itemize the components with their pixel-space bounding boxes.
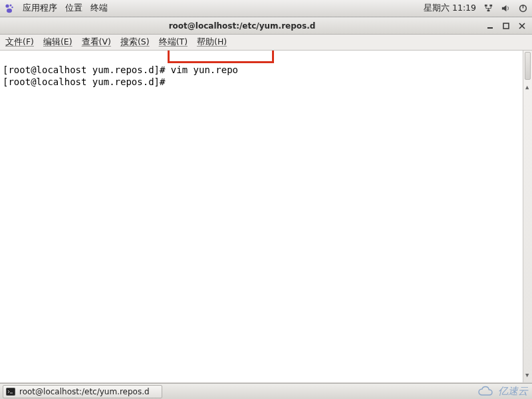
- menu-help[interactable]: 帮助(H): [197, 37, 227, 48]
- prompt: [root@localhost yum.repos.d]#: [3, 76, 165, 87]
- terminal-scrollbar[interactable]: ▲ ▼: [523, 51, 532, 382]
- panel-right: 星期六 11:19: [424, 3, 528, 14]
- watermark: 亿速云: [477, 385, 528, 398]
- panel-menu-terminal[interactable]: 终端: [90, 3, 108, 14]
- svg-point-3: [7, 8, 12, 12]
- gnome-bottom-panel: root@localhost:/etc/yum.repos.d 亿速云: [0, 383, 532, 399]
- taskbar-item-terminal[interactable]: root@localhost:/etc/yum.repos.d: [3, 385, 162, 398]
- window-title: root@localhost:/etc/yum.repos.d: [4, 21, 480, 31]
- svg-rect-10: [503, 23, 509, 29]
- annotation-highlight-box: [168, 51, 274, 63]
- menu-terminal[interactable]: 终端(T): [159, 37, 188, 48]
- terminal-icon: [6, 387, 15, 396]
- gnome-foot-icon: [4, 3, 15, 14]
- scrollbar-down-icon[interactable]: ▼: [525, 369, 529, 381]
- prompt: [root@localhost yum.repos.d]#: [3, 65, 165, 75]
- menu-file[interactable]: 文件(F): [5, 37, 34, 48]
- svg-rect-9: [487, 27, 493, 29]
- gnome-top-panel: 应用程序 位置 终端 星期六 11:19: [0, 0, 532, 17]
- svg-rect-6: [487, 9, 489, 11]
- terminal-viewport[interactable]: [root@localhost yum.repos.d]# vim yun.re…: [0, 51, 532, 383]
- scrollbar-up-icon[interactable]: ▲: [525, 81, 529, 93]
- volume-icon[interactable]: [500, 3, 511, 14]
- panel-clock[interactable]: 星期六 11:19: [424, 3, 476, 14]
- power-icon[interactable]: [517, 3, 528, 14]
- terminal-menubar: 文件(F) 编辑(E) 查看(V) 搜索(S) 终端(T) 帮助(H): [0, 35, 532, 51]
- menu-edit[interactable]: 编辑(E): [43, 37, 72, 48]
- panel-left: 应用程序 位置 终端: [4, 3, 108, 14]
- watermark-text: 亿速云: [498, 385, 528, 398]
- menu-view[interactable]: 查看(V): [82, 37, 111, 48]
- svg-rect-4: [484, 5, 487, 7]
- network-icon[interactable]: [483, 3, 493, 14]
- maximize-button[interactable]: [500, 20, 512, 32]
- window-titlebar[interactable]: root@localhost:/etc/yum.repos.d: [0, 17, 532, 35]
- svg-rect-5: [489, 5, 492, 7]
- panel-menu-applications[interactable]: 应用程序: [23, 3, 57, 14]
- cloud-icon: [477, 386, 495, 398]
- command-text: vim yun.repo: [165, 65, 238, 75]
- svg-point-0: [5, 4, 9, 7]
- svg-point-2: [11, 6, 13, 7]
- taskbar-item-label: root@localhost:/etc/yum.repos.d: [19, 387, 150, 396]
- close-button[interactable]: [516, 20, 528, 32]
- svg-point-1: [10, 4, 12, 6]
- panel-menu-places[interactable]: 位置: [65, 3, 82, 14]
- command-text: [165, 76, 170, 87]
- svg-rect-11: [7, 388, 15, 395]
- menu-search[interactable]: 搜索(S): [120, 37, 150, 48]
- minimize-button[interactable]: [484, 20, 496, 32]
